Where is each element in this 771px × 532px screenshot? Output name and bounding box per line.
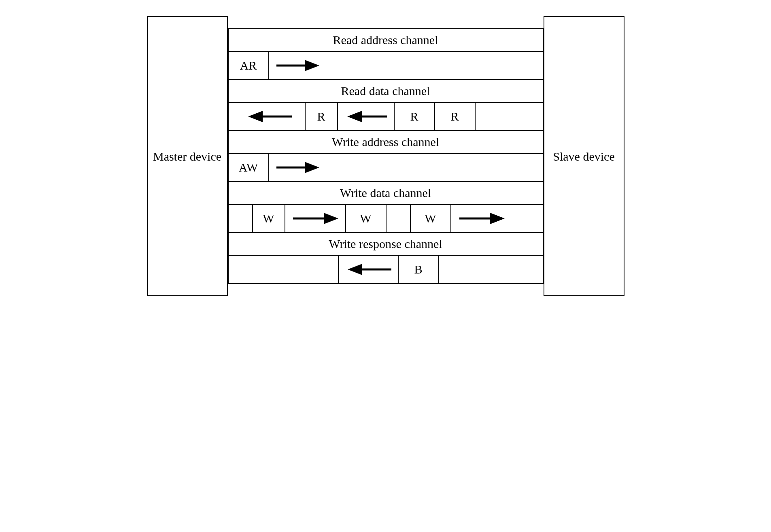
write-response-header: Write response channel <box>228 233 544 256</box>
read-address-row: AR <box>228 52 544 80</box>
aw-spacer <box>326 154 543 181</box>
svg-marker-11 <box>490 213 505 224</box>
arrow-left-icon <box>238 108 295 125</box>
svg-marker-1 <box>305 60 319 71</box>
write-address-header: Write address channel <box>228 131 544 154</box>
write-data-channel: Write data channel W W W <box>228 182 544 233</box>
ar-arrow-cell <box>269 52 326 79</box>
r3-cell: R <box>435 103 476 130</box>
write-response-channel: Write response channel B <box>228 233 544 284</box>
arrow-right-icon <box>455 210 508 227</box>
arrow-left-icon <box>342 261 395 278</box>
svg-marker-3 <box>248 111 263 122</box>
aw-cell: AW <box>229 154 269 181</box>
master-device-box: Master device <box>147 16 228 296</box>
axi-channels-diagram: Master device Read address channel AR Re… <box>16 16 755 296</box>
b-post-spacer <box>439 256 543 283</box>
arrow-right-icon <box>273 159 322 176</box>
w2-cell: W <box>346 205 387 232</box>
r-arrow1-cell <box>229 103 306 130</box>
w-arrow2-cell <box>451 205 512 232</box>
write-address-channel: Write address channel AW <box>228 131 544 182</box>
arrow-right-icon <box>289 210 342 227</box>
r1-cell: R <box>306 103 338 130</box>
ar-spacer <box>326 52 543 79</box>
slave-device-box: Slave device <box>544 16 624 296</box>
read-address-header: Read address channel <box>228 28 544 52</box>
svg-marker-7 <box>305 162 319 173</box>
svg-marker-13 <box>348 264 362 275</box>
b-arrow-cell <box>338 256 399 283</box>
w-post-spacer <box>512 205 543 232</box>
w3-cell: W <box>411 205 451 232</box>
read-data-header: Read data channel <box>228 80 544 103</box>
r2-cell: R <box>395 103 435 130</box>
write-address-row: AW <box>228 154 544 182</box>
arrow-right-icon <box>273 57 322 74</box>
svg-marker-5 <box>347 111 362 122</box>
write-data-row: W W W <box>228 205 544 233</box>
aw-arrow-cell <box>269 154 326 181</box>
read-address-channel: Read address channel AR <box>228 28 544 80</box>
r-spacer <box>476 103 543 130</box>
master-device-label: Master device <box>153 148 221 164</box>
b-pre-spacer <box>229 256 338 283</box>
channels-column: Read address channel AR Read data channe… <box>228 16 544 296</box>
w1-cell: W <box>253 205 285 232</box>
svg-marker-9 <box>324 213 338 224</box>
w-pre-spacer <box>229 205 253 232</box>
write-data-header: Write data channel <box>228 182 544 205</box>
arrow-left-icon <box>342 108 390 125</box>
slave-device-label: Slave device <box>553 148 614 164</box>
w-mid-spacer <box>387 205 411 232</box>
r-arrow2-cell <box>338 103 395 130</box>
read-data-row: R R R <box>228 103 544 131</box>
b-cell: B <box>399 256 439 283</box>
ar-cell: AR <box>229 52 269 79</box>
read-data-channel: Read data channel R R R <box>228 80 544 131</box>
w-arrow1-cell <box>285 205 346 232</box>
write-response-row: B <box>228 256 544 284</box>
